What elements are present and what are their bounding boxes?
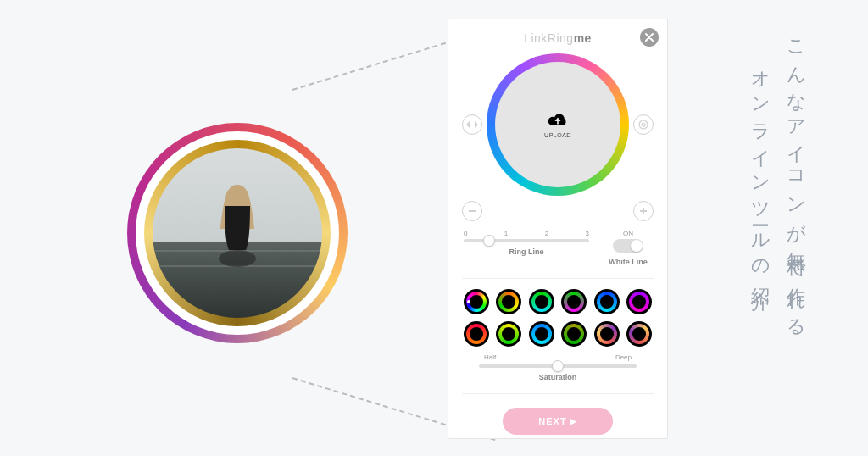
ring-line-slider-block: 0 1 2 3 Ring Line bbox=[464, 230, 589, 266]
zoom-out-button[interactable] bbox=[462, 201, 482, 221]
photo-placeholder bbox=[153, 148, 322, 318]
panel-header: LinkRingme bbox=[462, 31, 654, 45]
swatch-11[interactable] bbox=[594, 321, 620, 347]
target-icon bbox=[638, 120, 648, 130]
target-button[interactable] bbox=[633, 114, 654, 135]
white-line-toggle[interactable] bbox=[613, 239, 643, 253]
upload-area[interactable]: UPLOAD bbox=[495, 62, 620, 187]
photo-circle bbox=[153, 148, 322, 318]
swatch-selected-icon bbox=[467, 300, 470, 303]
ring-line-ticks: 0 1 2 3 bbox=[464, 230, 589, 237]
saturation-left-label: Half bbox=[484, 353, 496, 361]
close-button[interactable] bbox=[640, 28, 659, 47]
white-line-block: ON White Line bbox=[604, 230, 652, 266]
tool-panel: LinkRingme UPLOAD bbox=[448, 19, 668, 439]
white-line-label: White Line bbox=[604, 258, 652, 266]
swatch-8[interactable] bbox=[496, 321, 521, 347]
logo: LinkRingme bbox=[524, 31, 592, 45]
upload-ring: UPLOAD bbox=[487, 53, 629, 196]
plus-icon bbox=[639, 207, 648, 215]
upload-row: UPLOAD bbox=[462, 53, 654, 196]
svg-point-6 bbox=[639, 120, 648, 129]
tick-3: 3 bbox=[586, 230, 589, 237]
headline-line-2: オンラインツールの紹介 bbox=[748, 58, 773, 283]
swatch-row-2 bbox=[464, 321, 652, 347]
flip-horizontal-button[interactable] bbox=[462, 114, 482, 135]
saturation-right-label: Deep bbox=[615, 353, 632, 361]
next-label: NEXT bbox=[538, 416, 566, 426]
saturation-label: Saturation bbox=[464, 373, 652, 381]
icon-preview bbox=[127, 123, 348, 343]
sliders-section: 0 1 2 3 Ring Line ON White Line bbox=[462, 221, 654, 279]
flip-horizontal-icon bbox=[466, 120, 478, 129]
tick-2: 2 bbox=[545, 230, 548, 237]
swatch-section: Half Deep Saturation bbox=[462, 279, 654, 394]
toggle-knob bbox=[631, 240, 643, 252]
tick-1: 1 bbox=[504, 230, 508, 237]
swatch-12[interactable] bbox=[626, 321, 652, 347]
saturation-thumb[interactable] bbox=[552, 360, 564, 372]
saturation-slider[interactable] bbox=[479, 364, 637, 368]
tick-0: 0 bbox=[464, 230, 467, 237]
ring-line-label: Ring Line bbox=[464, 247, 589, 256]
logo-prefix: LinkRing bbox=[524, 31, 573, 45]
upload-label: UPLOAD bbox=[544, 132, 571, 138]
minus-icon bbox=[468, 207, 476, 215]
swatch-5[interactable] bbox=[594, 289, 620, 314]
swatch-4[interactable] bbox=[561, 289, 587, 314]
swatch-9[interactable] bbox=[529, 321, 554, 347]
ring-line-slider[interactable] bbox=[464, 239, 589, 242]
headline-line-1: こんなアイコンが無料で作れる bbox=[783, 27, 809, 331]
play-icon: ▶ bbox=[570, 417, 577, 425]
swatch-1[interactable] bbox=[464, 289, 489, 314]
zoom-in-button[interactable] bbox=[633, 201, 654, 221]
upload-icon bbox=[546, 112, 570, 129]
svg-point-5 bbox=[219, 250, 256, 267]
swatch-3[interactable] bbox=[529, 289, 554, 314]
swatch-6[interactable] bbox=[626, 289, 652, 314]
logo-suffix: me bbox=[574, 31, 592, 45]
swatch-7[interactable] bbox=[464, 321, 489, 347]
svg-rect-10 bbox=[643, 208, 644, 214]
close-icon bbox=[645, 33, 654, 42]
swatch-row-1 bbox=[464, 289, 652, 314]
white-line-on-label: ON bbox=[604, 230, 652, 237]
ring-line-thumb[interactable] bbox=[483, 235, 495, 247]
svg-rect-8 bbox=[469, 210, 476, 212]
next-button[interactable]: NEXT ▶ bbox=[503, 408, 613, 435]
svg-rect-3 bbox=[153, 282, 322, 285]
swatch-10[interactable] bbox=[561, 321, 587, 347]
svg-point-7 bbox=[642, 123, 645, 126]
zoom-row bbox=[462, 201, 654, 221]
swatch-2[interactable] bbox=[496, 289, 521, 314]
